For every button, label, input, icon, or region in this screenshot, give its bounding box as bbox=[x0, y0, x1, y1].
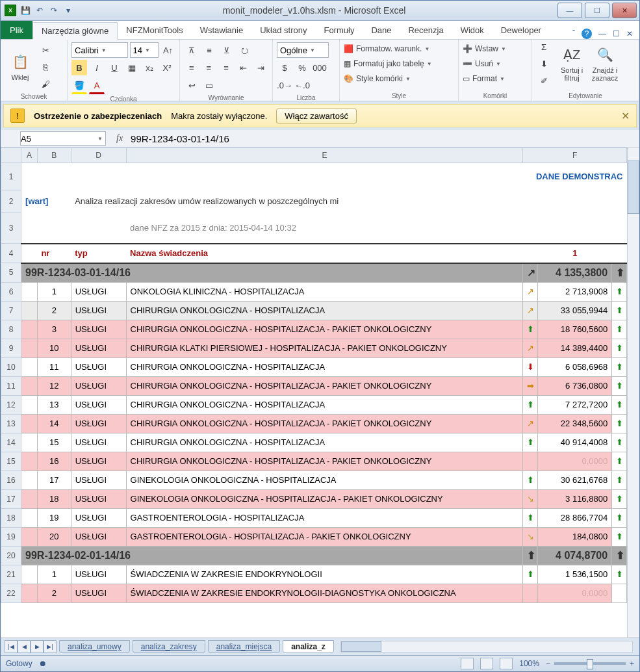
fx-icon[interactable]: fx bbox=[116, 133, 123, 144]
tab-nav-last[interactable]: ▶| bbox=[44, 640, 57, 653]
value-cell[interactable]: 6 058,6968 bbox=[538, 357, 612, 376]
fill-btn[interactable]: ⬇ bbox=[536, 56, 552, 71]
number-format-combo[interactable]: Ogólne▼ bbox=[277, 42, 329, 58]
view-layout[interactable] bbox=[480, 658, 493, 669]
value-cell[interactable]: 184,0800 bbox=[538, 527, 612, 546]
inc-dec-btn[interactable]: .0→ bbox=[277, 77, 292, 93]
dec-dec-btn[interactable]: ←.0 bbox=[294, 77, 310, 93]
comma-btn[interactable]: 000 bbox=[312, 60, 327, 75]
value-cell[interactable]: 4 074,8700 bbox=[538, 546, 612, 565]
nr-cell[interactable]: 17 bbox=[37, 471, 71, 489]
nr-cell[interactable]: 15 bbox=[37, 433, 71, 452]
nr-cell[interactable]: 1 bbox=[37, 565, 71, 584]
sheet-tab[interactable]: analiza_zakresy bbox=[133, 640, 205, 653]
formula-input[interactable] bbox=[129, 131, 639, 146]
value-cell[interactable]: 1 536,1500 bbox=[538, 565, 612, 584]
cell[interactable] bbox=[21, 339, 38, 357]
cell[interactable] bbox=[21, 357, 38, 376]
cell[interactable] bbox=[21, 452, 38, 471]
row-header[interactable]: 21 bbox=[1, 565, 21, 584]
row-header[interactable]: 15 bbox=[1, 452, 21, 471]
typ-cell[interactable]: USŁUGI bbox=[71, 395, 126, 414]
group-cell[interactable]: 99R-1234-03-01-14/16 bbox=[21, 263, 523, 283]
spreadsheet-grid[interactable]: A B D E F 1DANE DEMONSTRAC 2[wart]Analiz… bbox=[1, 148, 639, 638]
cond-format[interactable]: 🟥Formatow. warunk.▼ bbox=[344, 42, 454, 55]
typ-cell[interactable]: USŁUGI bbox=[71, 282, 126, 301]
typ-cell[interactable]: USŁUGI bbox=[71, 414, 126, 433]
cell[interactable] bbox=[21, 395, 38, 414]
nr-cell[interactable]: 14 bbox=[37, 414, 71, 433]
nazwa-cell[interactable]: GINEKOLOGIA ONKOLOGICZNA - HOSPITALIZACJ… bbox=[126, 471, 523, 489]
qat-save-icon[interactable]: 💾 bbox=[20, 5, 31, 16]
align-right[interactable]: ≡ bbox=[218, 60, 234, 75]
cell[interactable] bbox=[21, 301, 38, 320]
macro-rec-icon[interactable]: ⏺ bbox=[39, 659, 47, 668]
row-header[interactable]: 8 bbox=[1, 320, 21, 339]
value-cell[interactable]: 22 348,5600 bbox=[538, 414, 612, 433]
row-header[interactable]: 7 bbox=[1, 301, 21, 320]
cell[interactable] bbox=[21, 282, 38, 301]
cell[interactable] bbox=[21, 414, 38, 433]
value-cell[interactable]: 14 389,4400 bbox=[538, 339, 612, 357]
typ-cell[interactable]: USŁUGI bbox=[71, 471, 126, 489]
typ-cell[interactable]: USŁUGI bbox=[71, 376, 126, 395]
ribbon-tab[interactable]: Układ strony bbox=[251, 22, 315, 39]
view-pagebreak[interactable] bbox=[500, 658, 513, 669]
wrap-text[interactable]: ↩ bbox=[184, 77, 199, 93]
orientation[interactable]: ⭮ bbox=[237, 42, 252, 58]
autosum-btn[interactable]: Σ bbox=[536, 39, 552, 55]
nazwa-cell[interactable]: CHIRURGIA ONKOLOGICZNA - HOSPITALIZACJA bbox=[126, 395, 523, 414]
format-cells[interactable]: ▭Format▼ bbox=[463, 72, 528, 85]
grow-font-button[interactable]: A↑ bbox=[160, 42, 175, 58]
value-cell[interactable]: 0,0000 bbox=[538, 584, 612, 602]
ribbon-tab[interactable]: Recenzja bbox=[400, 22, 452, 39]
minimize-button[interactable]: — bbox=[557, 3, 582, 18]
col-header[interactable]: E bbox=[126, 148, 523, 163]
col-header[interactable]: A bbox=[21, 148, 38, 163]
nazwa-cell[interactable]: CHIRURGIA ONKOLOGICZNA - HOSPITALIZACJA … bbox=[126, 414, 523, 433]
sheet-tab[interactable]: analiza_miejsca bbox=[208, 640, 280, 653]
cell[interactable] bbox=[21, 433, 38, 452]
nr-cell[interactable]: 10 bbox=[37, 339, 71, 357]
minimize-ribbon-icon[interactable]: ˆ bbox=[572, 29, 575, 38]
x2-button[interactable]: x₂ bbox=[142, 60, 157, 75]
nazwa-cell[interactable]: CHIRURGIA ONKOLOGICZNA - HOSPITALIZACJA … bbox=[126, 376, 523, 395]
value-cell[interactable]: 2 713,9008 bbox=[538, 282, 612, 301]
align-center[interactable]: ≡ bbox=[201, 60, 217, 75]
cell[interactable] bbox=[21, 508, 38, 527]
nr-cell[interactable]: 19 bbox=[37, 508, 71, 527]
cell-styles[interactable]: 🎨Style komórki▼ bbox=[344, 72, 454, 85]
sheet-tab[interactable]: analiza_z bbox=[283, 640, 334, 653]
value-cell[interactable]: 28 866,7704 bbox=[538, 508, 612, 527]
nr-cell[interactable]: 18 bbox=[37, 489, 71, 508]
cell[interactable] bbox=[21, 320, 38, 339]
tab-nav-first[interactable]: |◀ bbox=[5, 640, 18, 653]
row-header[interactable]: 16 bbox=[1, 471, 21, 489]
nazwa-cell[interactable]: ŚWIADCZENIA W ZAKRESIE ENDOKRYNOLOGII bbox=[126, 565, 523, 584]
nr-cell[interactable]: 16 bbox=[37, 452, 71, 471]
underline-button[interactable]: U bbox=[107, 60, 122, 75]
qat-custom1-icon[interactable]: ▾ bbox=[63, 5, 73, 16]
sort-filter-button[interactable]: ẠZSortuj i filtruj bbox=[556, 42, 587, 85]
ribbon-tab[interactable]: Deweloper bbox=[493, 22, 550, 39]
indent-inc[interactable]: ⇥ bbox=[253, 60, 268, 75]
value-cell[interactable]: 33 055,9944 bbox=[538, 301, 612, 320]
file-tab[interactable]: Plik bbox=[1, 21, 32, 39]
typ-cell[interactable]: USŁUGI bbox=[71, 489, 126, 508]
value-cell[interactable]: 40 914,4008 bbox=[538, 433, 612, 452]
row-header[interactable]: 1 bbox=[1, 163, 21, 190]
row-header[interactable]: 3 bbox=[1, 213, 21, 244]
italic-button[interactable]: I bbox=[89, 60, 105, 75]
nazwa-cell[interactable]: CHIRURGIA ONKOLOGICZNA - HOSPITALIZACJA … bbox=[126, 320, 523, 339]
currency-btn[interactable]: $ bbox=[277, 60, 292, 75]
zoom-in[interactable]: + bbox=[630, 659, 634, 668]
nr-cell[interactable]: 13 bbox=[37, 395, 71, 414]
nazwa-cell[interactable]: CHIRURGIA KLATKI PIERSIOWEJ - HOSPITALIZ… bbox=[126, 339, 523, 357]
value-cell[interactable]: 3 116,8800 bbox=[538, 489, 612, 508]
zoom-slider[interactable] bbox=[554, 662, 626, 665]
find-select-button[interactable]: 🔍Znajdź i zaznacz bbox=[589, 42, 621, 85]
paste-button[interactable]: 📋Wklej bbox=[5, 45, 36, 88]
row-header[interactable]: 2 bbox=[1, 190, 21, 213]
indent-dec[interactable]: ⇤ bbox=[236, 60, 251, 75]
value-cell[interactable]: 30 621,6768 bbox=[538, 471, 612, 489]
